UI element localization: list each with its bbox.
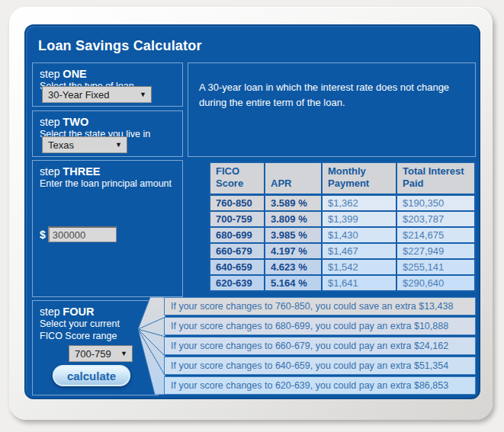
total-interest-cell: $227,949 — [396, 243, 475, 259]
loan-type-selected-value: 30-Year Fixed — [48, 89, 109, 101]
step-number: TWO — [63, 116, 88, 128]
step-one-title: step ONE — [33, 63, 182, 80]
savings-message: If your score changes to 640-659, you co… — [164, 357, 476, 375]
savings-message: If your score changes to 620-639, you co… — [164, 376, 476, 395]
monthly-payment-cell: $1,542 — [322, 259, 396, 275]
step-three-instruction: Enter the loan principal amount — [33, 178, 182, 189]
page-title: Loan Savings Calculator — [38, 38, 202, 54]
fico-range-cell: 660-679 — [210, 243, 265, 259]
calculator-panel: Loan Savings Calculator step ONE Select … — [24, 24, 480, 399]
monthly-payment-cell: $1,399 — [322, 211, 396, 227]
table-row: 760-850 3.589 % $1,362 $190,350 — [210, 194, 475, 211]
fico-range-selected-value: 700-759 — [75, 348, 111, 360]
total-interest-cell: $190,350 — [396, 194, 475, 211]
step-two-title: step TWO — [33, 111, 182, 128]
savings-messages-list: If your score changes to 760-850, you co… — [164, 297, 476, 395]
savings-message: If your score changes to 680-699, you co… — [164, 317, 476, 335]
chevron-down-icon: ▼ — [140, 91, 146, 98]
step-two-box: step TWO Select the state you live in Te… — [32, 110, 183, 157]
total-interest-cell: $255,141 — [396, 259, 475, 275]
step-number: ONE — [63, 68, 86, 80]
table-row: 620-639 5.164 % $1,641 $290,640 — [210, 275, 475, 291]
table-row: 700-759 3.809 % $1,399 $203,787 — [210, 211, 475, 227]
total-interest-cell: $290,640 — [396, 275, 475, 291]
chevron-down-icon: ▼ — [120, 350, 127, 357]
apr-cell: 4.197 % — [265, 243, 322, 259]
apr-cell: 3.589 % — [265, 194, 322, 211]
table-row: 640-659 4.623 % $1,542 $255,141 — [210, 259, 475, 275]
fan-connector-graphic — [137, 297, 165, 395]
chevron-down-icon: ▼ — [115, 141, 122, 149]
step-three-title: step THREE — [33, 161, 182, 178]
monthly-payment-cell: $1,430 — [322, 227, 396, 243]
state-selected-value: Texas — [48, 139, 74, 151]
apr-cell: 3.985 % — [265, 227, 322, 243]
calculate-button[interactable]: calculate — [53, 365, 130, 386]
fico-range-select[interactable]: 700-759 ▼ — [69, 345, 133, 362]
col-header-apr: APR — [265, 162, 322, 194]
principal-amount-row: $ — [40, 226, 117, 242]
total-interest-cell: $203,787 — [396, 211, 475, 227]
fico-range-cell: 620-639 — [210, 275, 265, 291]
step-word: step — [40, 68, 59, 80]
currency-symbol: $ — [40, 229, 46, 241]
table-row: 680-699 3.985 % $1,430 $214,675 — [210, 227, 475, 243]
table-row: 660-679 4.197 % $1,467 $227,949 — [210, 243, 475, 259]
step-three-box: step THREE Enter the loan principal amou… — [32, 160, 183, 297]
monthly-payment-cell: $1,467 — [322, 243, 396, 259]
loan-savings-calculator-page: Loan Savings Calculator step ONE Select … — [0, 0, 504, 432]
step-word: step — [40, 165, 59, 178]
fico-range-cell: 760-850 — [210, 194, 265, 211]
principal-amount-input[interactable] — [48, 226, 117, 242]
monthly-payment-cell: $1,641 — [322, 275, 396, 291]
rate-table-header-row: FICO Score APR Monthly Payment Total Int… — [210, 162, 475, 194]
step-word: step — [40, 306, 59, 318]
loan-description-text: A 30-year loan in which the interest rat… — [188, 63, 475, 110]
step-one-box: step ONE Select the type of loan 30-Year… — [32, 62, 183, 107]
step-number: FOUR — [63, 306, 94, 318]
total-interest-cell: $214,675 — [396, 227, 475, 243]
savings-message: If your score changes to 660-679, you co… — [164, 337, 476, 355]
col-header-fico-score: FICO Score — [210, 162, 265, 194]
step-word: step — [40, 116, 59, 128]
savings-message: If your score changes to 760-850, you co… — [164, 297, 476, 315]
step-number: THREE — [63, 165, 100, 178]
fico-range-cell: 700-759 — [210, 211, 265, 227]
apr-cell: 5.164 % — [265, 275, 322, 291]
apr-cell: 3.809 % — [265, 211, 322, 227]
loan-type-select[interactable]: 30-Year Fixed ▼ — [42, 86, 152, 103]
monthly-payment-cell: $1,362 — [322, 194, 396, 211]
rate-table: FICO Score APR Monthly Payment Total Int… — [209, 162, 476, 292]
loan-description-box: A 30-year loan in which the interest rat… — [188, 62, 476, 157]
col-header-total-interest: Total Interest Paid — [396, 162, 475, 194]
fico-range-cell: 640-659 — [210, 259, 265, 275]
fico-range-cell: 680-699 — [210, 227, 265, 243]
apr-cell: 4.623 % — [265, 259, 322, 275]
state-select[interactable]: Texas ▼ — [42, 136, 127, 153]
col-header-monthly-payment: Monthly Payment — [322, 162, 396, 194]
